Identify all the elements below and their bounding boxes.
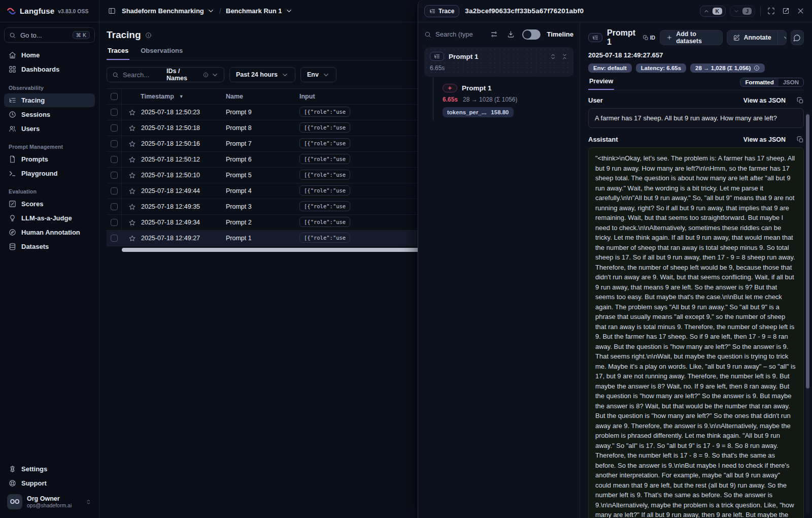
copy-icon[interactable] — [797, 97, 804, 104]
sidebar-item-sessions[interactable]: Sessions — [4, 108, 95, 121]
sidebar-item-tracing[interactable]: Tracing — [4, 93, 95, 107]
select-all-checkbox[interactable] — [111, 93, 118, 100]
assistant-section-label: Assistant — [588, 136, 618, 143]
info-icon — [203, 72, 209, 78]
sidebar-item-label: Datasets — [21, 243, 49, 250]
goto-kbd: ⌘ K — [73, 31, 90, 39]
info-icon[interactable] — [145, 32, 152, 39]
row-checkbox[interactable] — [111, 172, 118, 179]
trace-child-node[interactable]: Prompt 1 6.65s 28 → 1028 (Σ 1056) tokens… — [424, 84, 573, 117]
nav-section-title: Evaluation — [9, 188, 90, 195]
grid-icon — [9, 66, 16, 73]
trace-root-node[interactable]: Prompt 1 6.65s — [424, 47, 573, 77]
open-external-icon[interactable] — [781, 6, 791, 16]
bookmark-star-icon[interactable] — [128, 203, 136, 211]
search-scope[interactable]: IDs / Names — [166, 68, 219, 82]
fold-icon[interactable] — [561, 53, 568, 60]
search-icon — [424, 31, 431, 38]
format-toggle: Formatted JSON — [740, 78, 804, 87]
sidebar-item-dashboards[interactable]: Dashboards — [4, 62, 95, 76]
env-filter-button[interactable]: Env — [300, 67, 336, 82]
chevrons-up-down-icon — [85, 499, 92, 505]
sidebar-item-datasets[interactable]: Datasets — [4, 240, 95, 253]
row-timestamp: 2025-07-18 12:50:10 — [141, 172, 200, 179]
chevron-down-icon — [322, 71, 330, 79]
comment-button[interactable] — [791, 30, 804, 45]
sidebar-nav-top: HomeDashboards — [4, 48, 95, 77]
bookmark-star-icon[interactable] — [128, 235, 136, 242]
bookmark-star-icon[interactable] — [128, 156, 136, 164]
sidebar-item-label: Home — [21, 51, 40, 59]
copy-id-button[interactable]: ID — [643, 35, 656, 41]
sidebar-item-playground[interactable]: Playground — [4, 167, 95, 180]
tree-search[interactable] — [424, 30, 483, 38]
view-as-json-assistant[interactable]: View as JSON — [743, 136, 786, 143]
chevron-down-icon — [285, 7, 293, 15]
filter-sliders-icon[interactable] — [489, 29, 499, 40]
traces-search-input[interactable] — [123, 71, 162, 79]
timeline-toggle[interactable] — [522, 29, 540, 40]
vertical-scrollbar[interactable] — [806, 113, 809, 514]
download-icon[interactable] — [505, 29, 516, 40]
copy-icon[interactable] — [797, 136, 804, 143]
tab-preview[interactable]: Preview — [588, 78, 614, 90]
bookmark-star-icon[interactable] — [128, 219, 136, 226]
close-icon[interactable] — [795, 6, 806, 16]
row-checkbox[interactable] — [111, 140, 118, 147]
sidebar-item-scores[interactable]: Scores — [4, 197, 95, 211]
bookmark-star-icon[interactable] — [128, 140, 136, 148]
row-checkbox[interactable] — [111, 156, 118, 163]
row-checkbox[interactable] — [111, 203, 118, 210]
info-icon[interactable] — [754, 65, 760, 71]
row-input-preview: [{"role":"use — [299, 233, 350, 243]
row-name: Prompt 3 — [226, 203, 299, 210]
sidebar-item-home[interactable]: Home — [4, 48, 95, 62]
row-timestamp: 2025-07-18 12:49:35 — [141, 203, 200, 210]
app-version: v3.83.0 OSS — [58, 8, 88, 14]
column-timestamp[interactable]: Timestamp▼ — [122, 93, 226, 100]
breadcrumb-run[interactable]: Benchmark Run 1 — [226, 7, 293, 15]
sidebar-item-label: Sessions — [21, 111, 50, 118]
row-checkbox[interactable] — [111, 109, 118, 116]
row-checkbox[interactable] — [111, 124, 118, 132]
sidebar-item-support[interactable]: Support — [4, 476, 95, 490]
traces-search[interactable]: IDs / Names — [107, 67, 224, 82]
sidebar-item-prompts[interactable]: Prompts — [4, 152, 95, 166]
bookmark-star-icon[interactable] — [128, 109, 136, 116]
annotate-dropdown[interactable] — [777, 30, 787, 45]
row-checkbox[interactable] — [111, 235, 118, 242]
bookmark-star-icon[interactable] — [128, 187, 136, 195]
annotate-button[interactable]: Annotate — [727, 30, 777, 45]
row-checkbox[interactable] — [111, 187, 118, 195]
unfold-icon[interactable] — [550, 53, 556, 60]
goto-search[interactable]: Go to... ⌘ K — [4, 27, 95, 43]
column-name[interactable]: Name — [226, 93, 299, 100]
row-name: Prompt 9 — [226, 109, 299, 116]
user-email: ops@shadeform.ai — [27, 502, 81, 508]
next-trace-button[interactable]: J — [730, 6, 755, 17]
sidebar-item-label: Tracing — [21, 96, 45, 104]
sidebar-item-human-annotation[interactable]: Human Annotation — [4, 225, 95, 239]
bookmark-star-icon[interactable] — [128, 124, 136, 132]
search-icon — [9, 32, 16, 39]
sidebar-item-users[interactable]: Users — [4, 122, 95, 136]
tree-search-input[interactable] — [435, 30, 477, 38]
panel-toggle-icon[interactable] — [107, 6, 117, 16]
tab-observations[interactable]: Observations — [140, 47, 184, 60]
org-switcher[interactable]: OO Org Owner ops@shadeform.ai — [4, 491, 95, 513]
expand-icon[interactable] — [766, 6, 776, 16]
format-formatted[interactable]: Formatted — [740, 78, 778, 86]
sidebar-item-label: Settings — [21, 465, 47, 473]
sidebar-item-llm-as-a-judge[interactable]: LLM-as-a-Judge — [4, 211, 95, 225]
sidebar-item-label: Prompts — [21, 155, 48, 163]
prev-trace-button[interactable]: K — [700, 6, 726, 17]
view-as-json-user[interactable]: View as JSON — [743, 97, 786, 104]
row-checkbox[interactable] — [111, 219, 118, 226]
format-json[interactable]: JSON — [779, 78, 803, 86]
breadcrumb-project[interactable]: Shadeform Benchmarking — [122, 7, 215, 15]
bookmark-star-icon[interactable] — [128, 172, 136, 179]
time-filter-button[interactable]: Past 24 hours — [229, 67, 295, 82]
tab-traces[interactable]: Traces — [107, 47, 129, 60]
sidebar-item-settings[interactable]: Settings — [4, 462, 95, 476]
add-to-datasets-button[interactable]: Add to datasets — [660, 30, 723, 45]
